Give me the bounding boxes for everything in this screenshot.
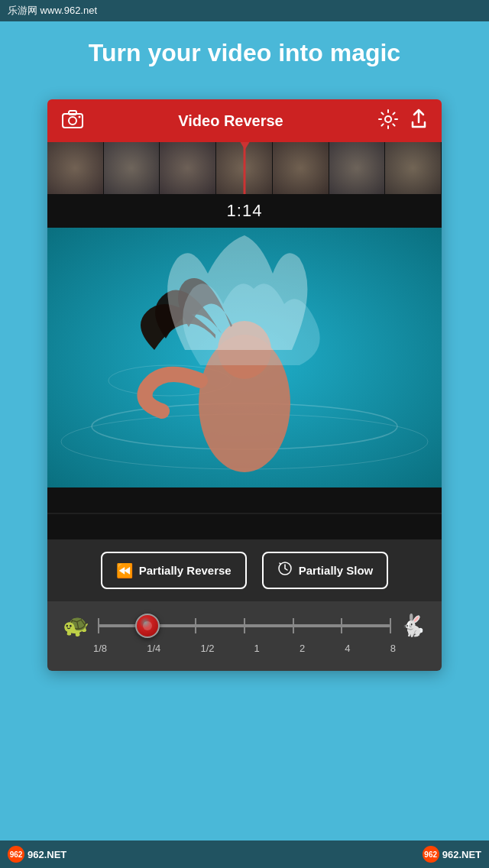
time-text: 1:14 <box>227 201 263 221</box>
video-frame <box>47 228 442 487</box>
filmstrip-frame-3 <box>160 142 216 194</box>
bottom-watermark-text-2: 962.NET <box>442 849 481 860</box>
speed-label-5: 4 <box>345 643 350 654</box>
bottom-logo-left: 962 962.NET <box>8 846 66 863</box>
tick-3 <box>244 618 245 633</box>
tick-2 <box>195 618 196 633</box>
filmstrip-frame-2 <box>104 142 160 194</box>
svg-rect-2 <box>69 111 76 115</box>
partially-reverse-button[interactable]: ⏪ Partially Reverse <box>101 552 247 589</box>
tick-6 <box>390 618 391 633</box>
svg-point-3 <box>79 116 81 118</box>
speed-track[interactable] <box>99 624 390 627</box>
filmstrip-frame-7 <box>385 142 442 194</box>
speed-labels-inner: 1/8 1/4 1/2 1 2 4 8 <box>93 643 396 654</box>
logo-circle: 962 <box>8 846 24 863</box>
tick-4 <box>293 618 294 633</box>
hero-text: Turn your video into magic <box>0 31 489 75</box>
filmstrip-frame-6 <box>329 142 386 194</box>
watermark-text: 乐游网 www.962.net <box>8 4 97 18</box>
filmstrip-frame-1 <box>47 142 104 194</box>
rabbit-icon: 🐇 <box>400 615 426 636</box>
bottom-watermark-bar: 962 962.NET 962 962.NET <box>0 840 489 868</box>
speed-label-2: 1/2 <box>200 643 214 654</box>
speed-track-container: 🐢 🐇 <box>63 615 426 636</box>
speed-labels: 1/8 1/4 1/2 1 2 4 8 <box>63 643 426 654</box>
app-card: Video Reverse 1:14 <box>47 99 442 671</box>
filmstrip-frame-5 <box>273 142 329 194</box>
speed-label-3: 1 <box>254 643 260 654</box>
top-watermark-bar: 乐游网 www.962.net <box>0 0 489 21</box>
slow-icon <box>277 561 293 580</box>
waveform-area <box>47 487 442 539</box>
app-toolbar: Video Reverse <box>47 99 442 142</box>
reverse-icon: ⏪ <box>116 562 133 579</box>
tick-5 <box>341 618 342 633</box>
settings-icon[interactable] <box>377 108 399 133</box>
speed-label-0: 1/8 <box>93 643 107 654</box>
turtle-icon: 🐢 <box>63 615 89 636</box>
speed-label-6: 8 <box>390 643 396 654</box>
partially-slow-label: Partially Slow <box>299 564 374 577</box>
camera-icon[interactable] <box>61 109 84 132</box>
speed-knob[interactable] <box>135 614 160 638</box>
time-display: 1:14 <box>47 194 442 228</box>
partially-reverse-label: Partially Reverse <box>139 564 232 577</box>
svg-point-4 <box>385 116 391 122</box>
playhead[interactable] <box>244 142 246 194</box>
share-icon[interactable] <box>410 108 428 133</box>
partially-slow-button[interactable]: Partially Slow <box>262 552 389 589</box>
filmstrip[interactable] <box>47 142 442 194</box>
toolbar-title: Video Reverse <box>178 112 283 130</box>
bottom-logo-right: 962 962.NET <box>423 846 481 863</box>
speed-label-1: 1/4 <box>147 643 160 654</box>
svg-point-1 <box>69 117 76 125</box>
controls-area: ⏪ Partially Reverse Partially Slow <box>47 539 442 601</box>
bottom-watermark-text: 962.NET <box>28 849 66 860</box>
tick-0 <box>98 618 99 633</box>
logo-circle-2: 962 <box>423 846 439 863</box>
speed-area: 🐢 🐇 1/8 1/4 1/2 1 2 4 <box>47 601 442 671</box>
speed-label-4: 2 <box>300 643 305 654</box>
